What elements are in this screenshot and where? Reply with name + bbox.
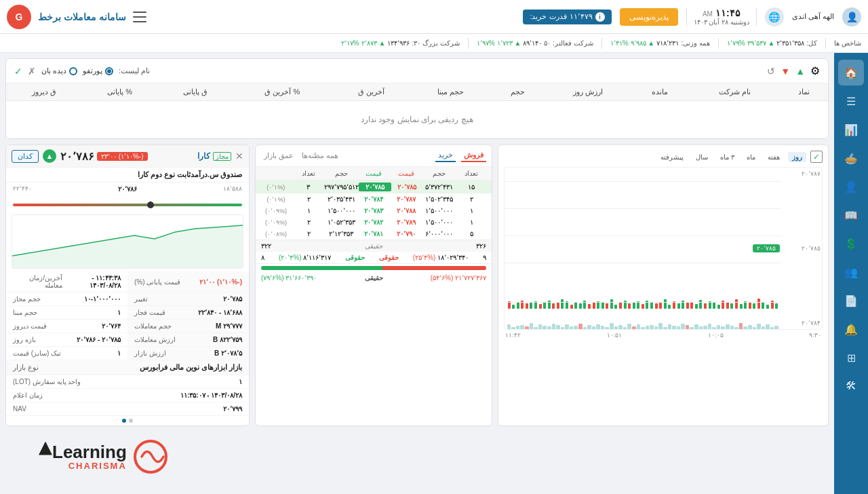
ob-tab-depth[interactable]: عمق بازار [261,150,296,162]
vol-bar-8 [739,323,743,329]
sidebar-item-users[interactable]: 👥 [838,259,864,285]
sd-field-day-range: ۲۰٬۷۸۵ - ۲۰٬۷۸۶ بازه روز [6,333,127,347]
cancel-icon[interactable]: ✗ [28,66,36,77]
sort-down-icon[interactable]: ▼ [781,66,790,77]
vol-bar-28 [650,325,654,329]
info-icon: i [595,12,605,22]
dot-1[interactable] [129,419,133,423]
name-list-label: نام لیست: [119,66,150,75]
register-button[interactable]: پذیره‌نویسی [620,8,678,26]
ob-row-4: ۱ ۱٬۵۰۰٬۰۰۰ ۲۰٬۷۸۹ ۲۰٬۷۸۲ ۱٬۰۵۲٬۳۵۳ ۲ (۰… [256,216,492,228]
sidebar-item-home[interactable]: 🏠 [838,60,864,86]
sidebar-item-grid[interactable]: ⊞ [838,345,864,370]
ticker-bar: شاخص ها کل: ۲٬۳۵۱٬۳۵۸ ▲ ۳۹٬۵۳۷ ۱٬۷۹% همه… [0,34,868,53]
ticker-top30: شرکت بزرگ ۳۰: ۱۳۴٬۹۳۶ ▲ ۲٬۸۷۳ ۲٬۱۷% [341,39,460,47]
ob-tab-all[interactable]: همه مظنه‌ها [299,150,341,162]
sd-field-nav: ۲۰٬۷۹۹ NAV [6,402,249,416]
chart-tab-3month[interactable]: ۳ ماه [716,152,738,162]
vol-bar-30 [641,327,645,329]
portfolio-filter-icon[interactable]: ⚙ [810,64,820,77]
ob-real-row: ۲۱٬۷۲۷٬۳۶۷ (۵۴٬۶%) حقیقی ۳۱٬۶۶۰٬۳۹۰ (۷۹٬… [256,272,492,284]
sd-close-button[interactable]: ✕ [235,151,243,162]
sidebar-item-book[interactable]: 📖 [838,202,864,228]
vol-bar-52 [542,326,547,329]
sidebar-item-list[interactable]: ☰ [838,88,864,114]
chart-area: ۲۰٬۷۸۷ ۲۰٬۷۸۵ ۲۰٬۷۸۴ ۲۰٬۷۸۵ [504,167,823,330]
dot-2[interactable] [122,419,126,423]
ob-tab-sell[interactable]: فروش [461,149,486,162]
credit-block: i ۱۱٬۴۷۹ قدرت خرید: [523,10,611,24]
vol-bar-40 [596,324,600,329]
sd-price: ۲۰٬۷۸۶ [60,150,94,163]
chart-tab-year[interactable]: سال [692,152,712,162]
bottom-panels: ✓ روز هفته ماه ۳ ماه سال پیشرفته ۲۰٬۷۸۷ … [5,145,829,426]
vol-bar-6 [748,325,752,329]
sidebar-item-person[interactable]: 👤 [838,174,864,200]
sidebar-item-bell[interactable]: 🔔 [838,316,864,342]
sd-header-left: ✕ مجاز کارا [197,151,243,162]
sidebar-item-support[interactable]: 🛠 [838,373,864,399]
user-avatar[interactable]: 👤 [842,7,861,26]
ticker-weight: همه وزنی: ۷۱۸٬۲۳۱ ▲ ۹٬۹۸۵ ۱٬۴۱% [610,39,710,47]
portfolio-header: ⚙ ▲ ▼ ↺ نام لیست: پورتفو دیده بان [6,59,828,83]
sell-bar [382,266,486,270]
globe-icon[interactable]: 🌐 [765,7,784,26]
sort-up-icon[interactable]: ▲ [795,66,805,77]
sd-field-free-price: ۱۸٬۶۸۸ - ۲۲٬۸۴۰ قیمت فجار [127,306,249,320]
portfolio-table: نماد نام شرکت مانده ارزش روز حجم حجم مبن… [6,83,828,138]
vol-bar-2 [766,324,770,329]
date-display: دوشنبه ۲۸ آبان ۱۴۰۳ [694,18,749,26]
chart-tab-week[interactable]: هفته [764,152,784,162]
sd-range-labels: ۱۸٬۵۸۸ ۲۰٬۷۸۶ ۲۲٬۴۴۰ [6,183,249,195]
sidebar-item-chart[interactable]: 📊 [838,117,864,142]
radio-portfolio[interactable]: پورتفو [83,66,113,75]
sd-price-row: (-۱٬۱۰%) ۲۳٬۰۰ ۲۰٬۷۸۶ [60,150,148,163]
confirm-icon[interactable]: ✓ [14,66,22,77]
sd-mini-chart [12,214,243,269]
vol-bar-42 [587,325,591,329]
orderbook-tabs: فروش خرید [435,149,486,162]
arrow-up-icon[interactable]: ▲ [43,149,56,163]
vol-bar-60 [507,324,511,329]
navbar-left: سامانه معاملات برخط G [7,5,146,29]
col-last-pct: % آخرین ق [233,83,332,101]
chart-checkbox[interactable]: ✓ [810,151,823,163]
ob-row-1: ۱۵ ۵٬۳۷۲٬۴۳۱ ۲۰٬۷۸۵ ۲۰٬۷۸۵ ۲۹۷٬۷۹۵٬۵۱۲ ۳… [256,180,492,193]
sd-header: ✕ مجاز کارا (-۱٬۱۰%) ۲۳٬۰۰ ۲۰٬۷۸۶ ▲ [6,145,249,168]
vol-bar-43 [583,327,587,329]
vol-bar-44 [578,324,583,329]
mini-chart-svg [12,215,243,269]
sidebar-item-dollar[interactable]: 💲 [838,231,864,256]
sd-field-trade-val: ۸۲۲٬۷۵۹ B ارزش معاملات [127,333,249,347]
ob-row-3: ۱ ۱٬۵۰۰٬۰۰۰ ۲۰٬۷۸۸ ۲۰٬۷۸۳ ۱٬۵۰۰٬۰۰۰ ۱ (۰… [256,205,492,216]
sidebar-item-document[interactable]: 📄 [838,288,864,314]
radio-group: پورتفو دیده بان [41,66,113,75]
logo-text-block: Learning CHARISMA [37,443,127,471]
radio-watchlist[interactable]: دیده بان [41,66,77,75]
svg-point-0 [135,441,166,472]
hamburger-icon[interactable] [133,12,146,22]
col-yesterday: ق دیروز [6,83,81,101]
chart-tab-month[interactable]: ماه [743,152,760,162]
vol-bar-54 [534,327,538,329]
orderbook-header: فروش خرید همه مظنه‌ها عمق بازار [256,145,492,167]
sd-header-right: (-۱٬۱۰%) ۲۳٬۰۰ ۲۰٬۷۸۶ ▲ کدان [12,149,148,163]
kadan-button[interactable]: کدان [12,150,39,163]
history-icon[interactable]: ↺ [767,66,775,77]
ticker-active: شرکت فعالتر: ۵۰ ۸۹٬۱۴۰ ▲ ۱٬۷۲۳ ۱٬۹۷% [477,39,593,47]
vol-bar-36 [614,326,618,329]
sidebar-item-pie[interactable]: 🥧 [838,145,864,171]
ob-legal-row: ۹ ۱۸٬۰۲۹٬۳۴۰ (۲۵٬۴%) حقوقی حقوقی ۸٬۱۱۶٬۳… [256,252,492,264]
user-label[interactable]: الهه آهی اندی [792,12,834,21]
sd-field-yesterday: ۲۰٬۷۶۴ قیمت دیروز [6,320,127,333]
chart-tab-advanced[interactable]: پیشرفته [656,152,688,162]
vol-bar-11 [726,324,730,329]
ob-tab-buy[interactable]: خرید [435,149,456,162]
radio-dot-watchlist [69,67,77,75]
vol-bar-24 [668,324,672,329]
chart-panel: ✓ روز هفته ماه ۳ ماه سال پیشرفته ۲۰٬۷۸۷ … [498,145,829,426]
chart-tab-day[interactable]: روز [788,152,806,162]
radio-dot-portfolio [105,67,113,75]
vol-bar-14 [712,327,716,329]
ob-row-2: ۲ ۱٬۵۰۲٬۳۴۵ ۲۰٬۷۸۷ ۲۰٬۷۸۴ ۲٬۰۳۵٬۴۳۱ ۲ (۰… [256,193,492,205]
